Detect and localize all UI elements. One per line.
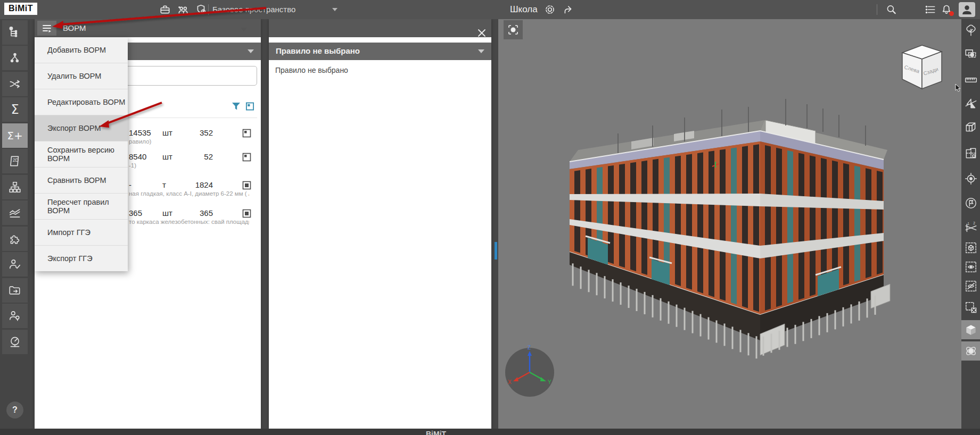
menu-item-delete-vorm[interactable]: Удалить ВОРМ — [35, 63, 128, 89]
settings-gear-icon[interactable] — [543, 4, 556, 15]
list-menu-icon[interactable] — [924, 4, 937, 15]
rule-body-text: Правило не выбрано — [275, 66, 348, 74]
locate-target-button[interactable] — [961, 169, 980, 188]
project-title: Школа — [510, 4, 538, 15]
panel-resize-indicator[interactable] — [495, 242, 497, 260]
plugins-puzzle-button[interactable] — [2, 227, 28, 251]
bimit-watermark: BiMiT — [426, 430, 446, 435]
rule-panel: Правило не выбрано Правило не выбрано — [269, 19, 491, 429]
shuffle-links-button[interactable] — [2, 72, 28, 96]
row-code: 8540 — [129, 152, 146, 161]
user-approvals-button[interactable] — [2, 252, 28, 277]
filter-layout-icon[interactable] — [245, 102, 254, 111]
topbar-divider-2 — [877, 4, 877, 15]
row-unit: шт — [162, 128, 172, 137]
workspace-caret-icon[interactable] — [332, 8, 337, 11]
filter-funnel-icon[interactable] — [232, 102, 241, 111]
flag-marker-button[interactable] — [961, 194, 980, 213]
export-folder-button[interactable] — [2, 278, 28, 303]
hide-object-button[interactable] — [961, 277, 980, 296]
nav-cube[interactable]: Слева Сзади — [902, 45, 942, 89]
rule-selector-caret-icon — [478, 49, 484, 53]
vorm-version-combobox-caret-icon[interactable] — [241, 28, 247, 31]
left-toolbar: Σ Σ+ 2D ? — [0, 19, 30, 429]
axis-y-label: Y — [548, 379, 551, 385]
show-object-button[interactable] — [961, 257, 980, 277]
dashboard-gauge-button[interactable] — [2, 330, 28, 354]
projects-briefcase-icon[interactable] — [159, 4, 171, 15]
menu-item-edit-vorm[interactable]: Редактировать ВОРМ — [35, 89, 128, 115]
vegetation-button[interactable] — [961, 21, 980, 40]
orbit-view-button[interactable] — [961, 341, 980, 361]
grid-axes-button[interactable]: 1 2 — [961, 218, 980, 237]
focus-selection-button[interactable] — [504, 20, 523, 39]
workspace-selector[interactable]: Базовое пространство — [212, 5, 295, 14]
axis-x-label: X — [508, 379, 512, 385]
row-qty: 1824 — [184, 180, 213, 189]
menu-item-export-gge[interactable]: Экспорт ГГЭ — [35, 246, 128, 271]
app-logo: BiMiT — [4, 3, 37, 15]
sigma-icon: Σ — [11, 102, 19, 117]
measure-ruler-button[interactable] — [961, 70, 980, 89]
building-model: Слева Сзади Z X Y — [498, 19, 961, 429]
2d-label: 2D — [13, 157, 19, 163]
account-button[interactable] — [959, 2, 975, 17]
close-icon[interactable] — [475, 27, 488, 39]
clear-selection-button[interactable] — [961, 298, 980, 317]
rule-selector-bar[interactable]: Правило не выбрано — [269, 43, 491, 60]
row-qty: 52 — [184, 152, 213, 161]
row-marker-filled-icon[interactable] — [242, 181, 251, 190]
row-note: то каркаса железобетонных: свай площадь … — [129, 219, 249, 225]
totals-button[interactable]: Σ — [2, 97, 28, 122]
row-code: 365 — [129, 208, 142, 218]
vorm-context-menu: Добавить ВОРМ Удалить ВОРМ Редактировать… — [35, 37, 128, 271]
team-icon[interactable] — [177, 4, 190, 15]
shield-status-icon[interactable] — [195, 4, 208, 15]
vorm-selector-caret-icon — [248, 49, 254, 53]
row-marker-filled-icon[interactable] — [242, 209, 251, 218]
row-qty: 352 — [184, 128, 213, 137]
menu-item-compare-vorm[interactable]: Сравнить ВОРМ — [35, 168, 128, 194]
row-marker-corner-icon[interactable] — [242, 153, 251, 162]
row-marker-corner-icon[interactable] — [242, 129, 251, 138]
bottom-status-bar: BiMiT — [0, 429, 980, 435]
user-location-button[interactable] — [2, 304, 28, 328]
menu-item-recalc-rules-vorm[interactable]: Пересчет правил ВОРМ — [35, 194, 128, 220]
floor-plan-button[interactable] — [961, 144, 980, 163]
axis-number-2: 2 — [973, 221, 975, 225]
search-icon[interactable] — [885, 4, 897, 15]
section-flip-button[interactable] — [961, 94, 980, 113]
help-button[interactable]: ? — [6, 401, 23, 419]
sheets-2d-button[interactable]: 2D — [2, 149, 28, 173]
row-code: - — [129, 180, 131, 189]
axis-z-label: Z — [528, 345, 531, 350]
dependencies-button[interactable] — [2, 46, 28, 70]
top-bar: BiMiT Базовое пространство Школа — [0, 0, 980, 19]
menu-item-export-vorm[interactable]: Экспорт ВОРМ — [35, 115, 128, 141]
rule-panel-header — [269, 19, 491, 37]
row-unit: шт — [162, 208, 172, 218]
shaded-view-button[interactable] — [961, 320, 980, 339]
vorm-menu-button[interactable] — [37, 21, 56, 36]
row-unit: шт — [162, 152, 172, 161]
section-box-button[interactable] — [961, 118, 980, 137]
vorm-panel-title: ВОРМ — [63, 23, 86, 32]
axis-number-1: 1 — [967, 222, 969, 225]
menu-item-add-vorm[interactable]: Добавить ВОРМ — [35, 37, 128, 63]
model-tree-button[interactable] — [2, 20, 28, 45]
menu-item-save-version-vorm[interactable]: Сохранить версию ВОРМ — [35, 141, 128, 168]
trends-chart-button[interactable] — [2, 200, 28, 225]
notifications-bell-icon[interactable] — [940, 4, 953, 15]
menu-item-import-gge[interactable]: Импорт ГГЭ — [35, 220, 128, 246]
isolate-object-button[interactable] — [961, 238, 980, 257]
viewport-3d[interactable]: Слева Сзади Z X Y — [498, 19, 961, 429]
capture-selection-button[interactable] — [961, 45, 980, 64]
notification-badge — [949, 11, 954, 16]
row-unit: т — [162, 180, 166, 189]
axes-gizmo[interactable]: Z X Y — [505, 345, 554, 397]
totals-plus-button[interactable]: Σ+ — [2, 123, 28, 148]
share-icon[interactable] — [562, 4, 575, 15]
row-note: равило) — [129, 138, 249, 145]
vorm-panel-header: ВОРМ — [35, 19, 261, 37]
structure-chart-button[interactable] — [2, 175, 28, 199]
